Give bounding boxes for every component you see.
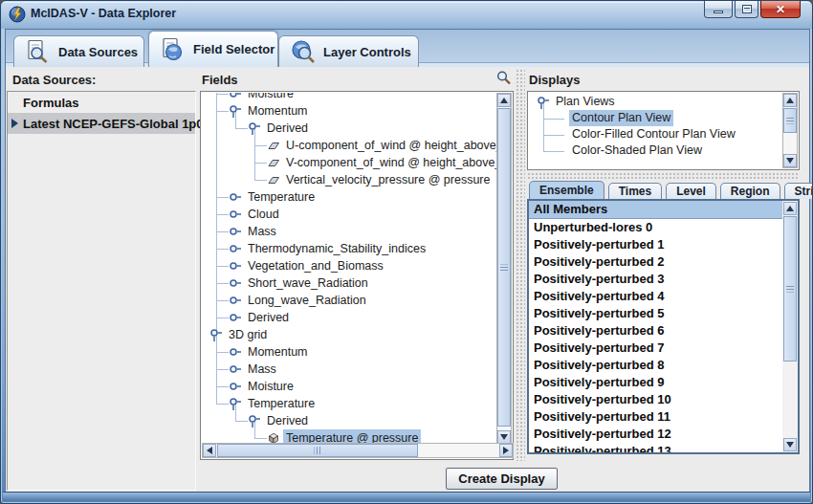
collapsed-node-icon[interactable] [229,93,242,100]
tree-item[interactable]: Derived [202,412,497,429]
ensemble-member-item[interactable]: Positively-perturbed 12 [529,426,782,443]
tab-layer-controls[interactable]: Layer Controls [278,35,419,67]
tree-item[interactable]: 3D grid [202,326,497,343]
subset-tab[interactable]: Times [608,183,662,199]
scroll-right-button[interactable] [499,444,513,457]
displays-header: Displays [529,73,580,87]
subset-tab[interactable]: Region [720,183,780,199]
tree-item[interactable]: Color-Shaded Plan View [529,142,783,159]
minimize-icon [714,11,723,13]
tree-item[interactable]: U-component_of_wind @ height_above_groun… [202,137,497,154]
ensemble-vertical-scrollbar[interactable] [782,201,798,452]
ensemble-member-item[interactable]: Positively-perturbed 9 [529,374,782,391]
ensemble-member-label: Positively-perturbed 3 [534,272,665,286]
ensemble-member-item[interactable]: Positively-perturbed 8 [529,357,782,374]
ensemble-member-item[interactable]: Positively-perturbed 11 [529,408,782,426]
collapsed-node-icon[interactable] [229,362,242,376]
tab-data-sources[interactable]: Data Sources [13,35,144,67]
tree-item[interactable]: Temperature @ pressure [202,429,497,443]
tree-item-label: Long_wave_Radiation [245,292,369,309]
data-source-item[interactable]: Formulas [8,92,195,113]
scrollbar-thumb[interactable] [217,444,418,457]
tree-item[interactable]: Moisture [202,93,497,102]
tree-item[interactable]: Short_wave_Radiation [202,274,497,292]
tree-item[interactable]: V-component_of_wind @ height_above_groun… [202,154,497,171]
collapsed-node-icon[interactable] [229,190,242,204]
subset-tab[interactable]: Ensemble [529,181,604,199]
tree-item[interactable]: Derived [202,120,497,137]
scroll-up-button[interactable] [783,94,797,107]
scroll-down-button[interactable] [783,438,797,451]
ensemble-member-item[interactable]: Positively-perturbed 6 [529,322,782,340]
collapsed-node-icon[interactable] [229,208,242,221]
titlebar[interactable]: McIDAS-V - Data Explorer ✕ [1,1,812,29]
collapsed-node-icon[interactable] [229,311,242,324]
ensemble-member-item[interactable]: Positively-perturbed 2 [529,253,782,271]
expanded-node-icon[interactable] [537,96,550,109]
ensemble-member-item[interactable]: Positively-perturbed 3 [529,271,782,288]
tree-item[interactable]: Temperature [202,395,497,412]
expanded-node-icon[interactable] [209,328,223,341]
maximize-button[interactable] [735,1,758,18]
subset-tab[interactable]: Level [666,183,716,199]
tree-item-label: Thermodynamic_Stability_indices [245,240,428,257]
collapsed-node-icon[interactable] [229,259,242,273]
data-source-item[interactable]: Latest NCEP-GEFS-Global 1p0 [8,113,195,134]
minimize-button[interactable] [704,1,733,18]
expanded-node-icon[interactable] [229,397,242,410]
ensemble-member-item[interactable]: Positively-perturbed 4 [529,288,782,305]
scroll-up-button[interactable] [783,202,797,215]
displays-vertical-scrollbar[interactable] [782,93,798,168]
tree-item[interactable]: Cloud [202,206,497,223]
ensemble-member-item[interactable]: Positively-perturbed 13 [529,443,782,452]
close-icon: ✕ [776,2,785,17]
tree-item[interactable]: Momentum [202,102,497,120]
tree-item[interactable]: Color-Filled Contour Plan View [529,126,783,142]
scrollbar-thumb[interactable] [783,108,797,133]
ensemble-member-item[interactable]: Positively-perturbed 10 [529,391,782,408]
tree-item[interactable]: Long_wave_Radiation [202,292,497,309]
tree-item[interactable]: Contour Plan View [529,110,783,126]
tree-item-label: Color-Shaded Plan View [569,142,705,159]
ensemble-member-item[interactable]: Unperturbed-lores 0 [529,219,782,236]
scrollbar-thumb[interactable] [497,108,511,427]
collapsed-node-icon[interactable] [229,276,242,290]
expanded-node-icon[interactable] [229,104,242,118]
subset-tab[interactable]: Stride [784,183,813,199]
scroll-up-button[interactable] [497,94,511,107]
tree-item[interactable]: Plan Views [529,94,783,110]
scrollbar-thumb[interactable] [783,216,797,362]
tree-item[interactable]: Mass [202,361,497,378]
tab-field-selector[interactable]: Field Selector [148,31,278,67]
tree-item[interactable]: Momentum [202,343,497,361]
close-button[interactable]: ✕ [760,1,801,18]
tree-item[interactable]: Derived [202,309,497,326]
ensemble-member-item[interactable]: All Members [529,201,782,219]
collapsed-node-icon[interactable] [229,294,242,307]
ensemble-member-item[interactable]: Positively-perturbed 1 [529,236,782,253]
expanded-node-icon[interactable] [248,414,261,427]
vertical-splitter[interactable] [516,69,525,461]
collapsed-node-icon[interactable] [229,242,242,255]
scroll-down-button[interactable] [497,430,511,444]
collapsed-node-icon[interactable] [229,345,242,359]
tree-item[interactable]: Temperature [202,188,497,206]
ensemble-member-item[interactable]: Positively-perturbed 7 [529,340,782,357]
scroll-down-button[interactable] [783,154,797,167]
tree-item[interactable]: Moisture [202,378,497,395]
tree-item[interactable]: Mass [202,223,497,240]
tree-item[interactable]: Thermodynamic_Stability_indices [202,240,497,257]
arrow-left-icon [207,447,212,454]
collapsed-node-icon[interactable] [229,225,242,238]
tree-item[interactable]: Vegetation_and_Biomass [202,257,497,274]
create-display-button[interactable]: Create Display [446,468,558,490]
expanded-node-icon[interactable] [248,121,261,135]
search-fields-icon[interactable] [495,70,512,86]
fields-horizontal-scrollbar[interactable] [202,443,514,458]
fields-vertical-scrollbar[interactable] [496,93,512,445]
collapsed-node-icon[interactable] [229,380,242,393]
tree-item[interactable]: Vertical_velocity_pressure @ pressure [202,171,497,188]
scroll-left-button[interactable] [203,444,216,457]
horizontal-splitter[interactable] [527,172,800,180]
ensemble-member-item[interactable]: Positively-perturbed 5 [529,305,782,322]
